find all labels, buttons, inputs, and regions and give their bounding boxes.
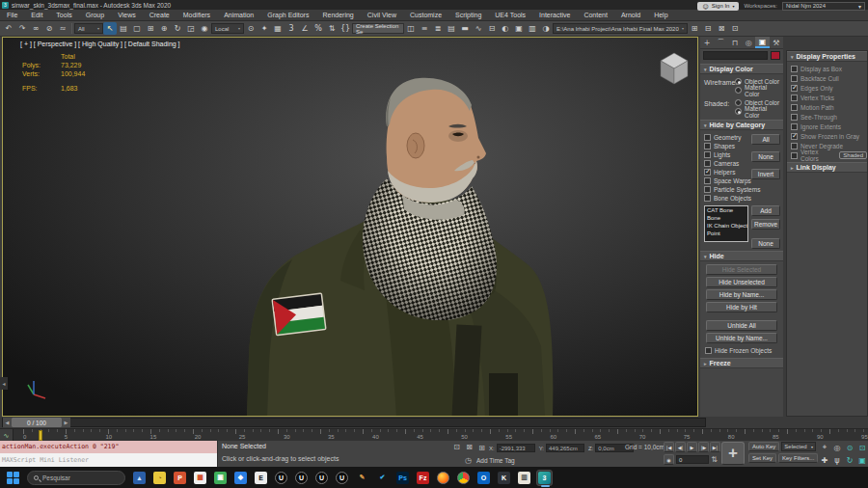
create-tab[interactable]: + [700, 37, 714, 48]
set-keys-button[interactable]: + [721, 442, 745, 465]
angle-snap-icon[interactable]: ∠ [298, 22, 312, 35]
spinner-snap-icon[interactable]: ⇅ [325, 22, 339, 35]
display-tab[interactable]: ▣ [755, 37, 769, 48]
select-and-move-icon[interactable]: ⊕ [157, 22, 171, 35]
edit-named-selection-sets-icon[interactable]: {} [339, 22, 352, 35]
selection-filter-dropdown[interactable]: All▾ [74, 23, 103, 34]
radio-icon[interactable] [735, 87, 742, 94]
select-and-manipulate-icon[interactable]: ✦ [258, 22, 271, 35]
hide-action-button[interactable]: Hide Unselected [706, 277, 777, 287]
menu-item[interactable]: Graph Editors [260, 10, 315, 21]
pen-tool-icon[interactable]: ✎ [354, 470, 370, 486]
rollout-freeze[interactable]: Freeze [700, 358, 783, 368]
category-quick-button[interactable]: None [751, 151, 780, 162]
transform-type-in-icon[interactable]: ⊞ [476, 443, 487, 453]
next-frame-button[interactable]: |▶ [698, 442, 709, 452]
select-and-rotate-icon[interactable]: ↻ [171, 22, 184, 35]
project-path-dropdown[interactable]: E:\Ana Irhabi Project\Ana Irhabi Final M… [553, 23, 688, 34]
list-button[interactable]: Remove [751, 219, 780, 230]
rollout-hide-by-category[interactable]: Hide by Category [700, 120, 783, 130]
unreal-engine-icon[interactable]: U [313, 470, 330, 486]
radio-option[interactable]: Material Color [735, 86, 781, 95]
menu-item[interactable]: Modifiers [176, 10, 217, 21]
workspace-dropdown[interactable]: Nidal Njm 2024 ▾ [782, 2, 865, 11]
checkbox-icon[interactable] [791, 85, 798, 92]
checkbox-icon[interactable] [791, 123, 798, 130]
display-property-row[interactable]: Motion Path [787, 102, 867, 112]
filezilla-icon[interactable]: Fz [415, 470, 431, 486]
coordinate-field[interactable]: 449,265cm [546, 444, 584, 452]
maxscript-input-line[interactable]: MAXScript Mini Listener [0, 453, 217, 467]
radio-icon[interactable] [735, 99, 742, 106]
bind-to-space-warp-icon[interactable]: ≈ [56, 22, 69, 35]
unreal-engine-icon[interactable]: U [334, 470, 350, 486]
add-time-tag-button[interactable]: Add Time Tag [476, 457, 515, 464]
menu-item[interactable]: Scripting [448, 10, 488, 21]
isolate-selection-toggle[interactable]: ⊡ [451, 442, 462, 452]
gallery-app-icon[interactable]: ▣ [212, 470, 229, 486]
checkbox-icon[interactable] [791, 95, 798, 101]
hexagon-app-icon[interactable]: ◆ [232, 470, 249, 486]
object-color-swatch[interactable] [771, 51, 780, 60]
menu-item[interactable]: Animation [217, 10, 260, 21]
utilities-tab[interactable]: ⚒ [770, 37, 783, 48]
krita-app-icon[interactable]: K [496, 470, 512, 486]
checkbox-icon[interactable] [704, 169, 711, 176]
scene-tool-icon-1[interactable]: ⊞ [688, 22, 701, 35]
mirror-icon[interactable]: ◫ [404, 22, 418, 35]
hide-action-button[interactable]: Hide Selected [706, 264, 777, 275]
rollout-hide[interactable]: Hide [700, 251, 783, 261]
viewport-label[interactable]: [ + ] [ Perspective ] [ High Quality ] [… [20, 41, 180, 47]
notes-app-icon[interactable]: ▥ [516, 470, 532, 486]
scene-tool-icon-2[interactable]: ⊟ [701, 22, 715, 35]
pan-button[interactable]: ✚ [819, 454, 830, 466]
use-pivot-point-icon[interactable]: ⊙ [244, 22, 258, 35]
key-target-dropdown[interactable]: Selected▾ [781, 442, 816, 451]
set-key-button[interactable]: Set Key [748, 453, 776, 463]
unreal-engine-icon[interactable]: U [273, 470, 289, 486]
maximize-viewport-button[interactable]: ▣ [856, 454, 868, 466]
maxscript-output-line[interactable]: actionMan.executeAction 0 "219" [0, 441, 217, 453]
hide-action-button[interactable]: Hide by Hit [706, 302, 777, 312]
select-object-icon[interactable]: ↖ [103, 22, 117, 35]
toggle-layer-explorer-icon[interactable]: ▤ [445, 22, 458, 35]
radio-icon[interactable] [735, 78, 742, 85]
percent-snap-icon[interactable]: % [312, 22, 325, 35]
time-slider-handle[interactable]: 0 / 100 [12, 418, 62, 427]
scene-tool-icon-3[interactable]: ⊠ [715, 22, 728, 35]
checkbox-icon[interactable] [704, 186, 711, 193]
hide-action-button[interactable]: Unhide by Name... [706, 333, 777, 343]
hide-action-button[interactable]: Hide by Name... [706, 289, 777, 300]
coordinate-field[interactable]: -2991,333 [497, 444, 535, 452]
menu-item[interactable]: Help [647, 10, 674, 21]
category-quick-button[interactable]: Invert [751, 169, 780, 179]
checkbox-icon[interactable] [704, 143, 711, 149]
zoom-all-button[interactable]: ◎ [831, 442, 843, 453]
zoom-button[interactable]: ⌖ [819, 442, 830, 453]
orbit-button[interactable]: ↻ [844, 454, 855, 466]
firefox-icon[interactable] [435, 470, 451, 486]
checkbox-icon[interactable] [704, 177, 711, 184]
rollout-display-color[interactable]: Display Color [700, 64, 783, 74]
motion-tab[interactable]: ◎ [742, 37, 755, 48]
menu-item[interactable]: Civil View [361, 10, 403, 21]
hide-action-button[interactable]: Unhide All [706, 320, 777, 331]
category-checkbox-row[interactable]: Bone Objects [704, 194, 781, 203]
window-crossing-icon[interactable]: ⊞ [144, 22, 157, 35]
menu-item[interactable]: File [0, 10, 24, 21]
list-button[interactable]: Add [751, 205, 780, 216]
align-icon[interactable]: ≡ [418, 22, 431, 35]
select-and-link-icon[interactable]: ∞ [29, 22, 42, 35]
key-filters-button[interactable]: Key Filters... [778, 453, 818, 463]
start-button[interactable] [7, 472, 19, 484]
frame-back-arrow[interactable]: ◀ [3, 418, 12, 427]
display-property-row[interactable]: Display as Box [787, 64, 867, 73]
rollout-display-properties[interactable]: Display Properties [787, 51, 867, 62]
checkbox-icon[interactable] [791, 75, 798, 82]
list-item[interactable]: Bone [705, 214, 747, 222]
toggle-ribbon-icon[interactable]: ▬ [458, 22, 472, 35]
checkbox-icon[interactable] [705, 347, 712, 354]
list-item[interactable]: Point [705, 230, 747, 237]
display-property-row[interactable]: Ignore Extents [787, 122, 867, 131]
menu-item[interactable]: Content [577, 10, 614, 21]
